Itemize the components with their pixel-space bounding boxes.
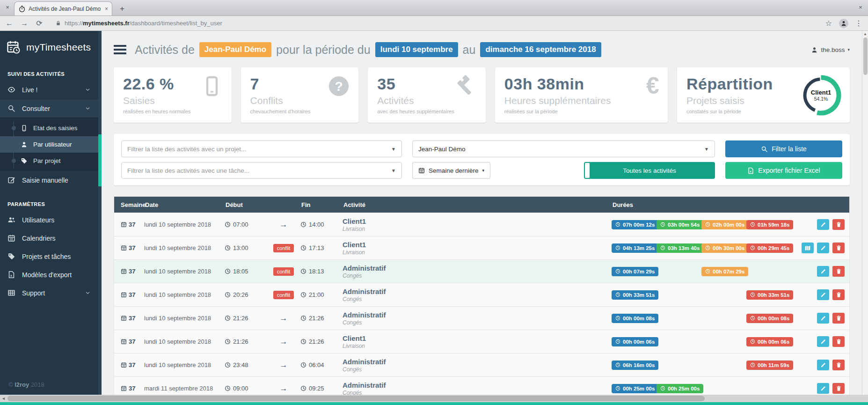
export-excel-button[interactable]: x Exporter fichier Excel	[725, 162, 842, 179]
edit-row-button[interactable]	[817, 360, 829, 370]
duration-text: 00h 07m 29s	[623, 269, 655, 274]
activity-name: Administratif	[343, 287, 612, 295]
activities-table: Semaine Date Début Fin Activité Durées 3…	[114, 197, 850, 395]
scroll-up-icon[interactable]: ▲	[862, 32, 868, 36]
back-icon[interactable]: ←	[5, 19, 14, 28]
duration-badge-slot: 00h 25m 00s	[612, 384, 656, 393]
task-filter-select[interactable]: Filtrer la liste des activités avec une …	[121, 162, 402, 179]
sidebar-item-utilisateurs[interactable]: Utilisateurs	[0, 211, 98, 229]
clock-icon	[300, 221, 306, 228]
reload-icon[interactable]: ⟳	[35, 19, 44, 28]
clock-icon	[300, 315, 306, 321]
delete-row-button[interactable]	[832, 243, 845, 253]
end-time: 21:26	[309, 338, 324, 345]
duration-text: 06h 16m 00s	[623, 362, 655, 368]
period-end-badge: dimanche 16 septembre 2018	[480, 42, 601, 57]
sidebar-item-calendriers[interactable]: Calendriers	[0, 229, 98, 247]
duration-text: 00h 33m 51s	[758, 292, 789, 298]
account-menu[interactable]: the.boss ▾	[811, 46, 850, 53]
project-filter-select[interactable]: Filtrer la liste des activités avec un p…	[121, 140, 402, 157]
question-icon: ?	[328, 75, 350, 97]
sidebar-item-consulter[interactable]: Consulter	[0, 99, 98, 118]
sidebar-subitem-par-projet[interactable]: Par projet	[0, 153, 98, 169]
duration-badge-blue: 00h 00m 08s	[612, 314, 658, 323]
period-select-button[interactable]: Semaine dernière ▾	[412, 162, 490, 179]
activity-name: Administratif	[343, 358, 612, 366]
col-end: Fin	[300, 201, 343, 208]
tab-close-icon[interactable]: ×	[105, 6, 108, 12]
edit-row-button[interactable]	[817, 266, 829, 277]
sidebar-scrollbar[interactable]	[98, 31, 102, 395]
duration-text: 00h 00m 08s	[623, 316, 655, 321]
horizontal-scrollbar-thumb[interactable]	[7, 396, 705, 401]
bookmark-star-icon[interactable]: ☆	[824, 19, 833, 28]
arrow-cell: →	[267, 220, 300, 229]
donut-percent-value: 54.1%	[814, 96, 828, 102]
address-bar[interactable]: https://mytimesheets.fr/dashboard/timesh…	[50, 20, 818, 27]
calendar-icon	[418, 167, 425, 174]
duration-badge-blue: 00h 33m 51s	[612, 290, 658, 300]
filter-list-button[interactable]: Filter la liste	[725, 140, 842, 157]
delete-row-button[interactable]	[832, 313, 845, 324]
sidebar-item-support[interactable]: Support	[0, 284, 98, 302]
duration-badge-orange: 02h 00m 00s	[701, 220, 748, 229]
edit-row-button[interactable]	[817, 313, 829, 324]
vertical-scrollbar-thumb[interactable]	[863, 37, 868, 75]
sidebar-item-label: Utilisateurs	[22, 216, 54, 224]
sidebar-scrollbar-thumb[interactable]	[98, 134, 102, 186]
hamburger-menu-icon[interactable]	[114, 45, 126, 54]
calendar-icon	[121, 221, 127, 228]
delete-row-button[interactable]	[832, 219, 845, 230]
all-activities-toggle[interactable]: Toutes les activités	[584, 162, 715, 179]
content-header: Activités de Jean-Paul Démo pour la péri…	[114, 39, 850, 60]
sidebar-subitem-par-utilisateur[interactable]: Par utilisateur	[0, 136, 98, 153]
end-time: 09:25	[309, 385, 324, 392]
arrow-right-icon: →	[280, 220, 288, 229]
clock-icon	[750, 222, 755, 227]
date-cell: lundi 10 septembre 2018	[144, 291, 225, 298]
end-time-cell: 06:04	[300, 361, 343, 368]
sidebar-item-mod-les-d-export[interactable]: xModèles d'export	[0, 265, 98, 284]
clock-icon	[615, 269, 620, 274]
window-close-left-icon[interactable]: ×	[4, 4, 11, 11]
row-actions	[791, 289, 849, 300]
sidebar-item-saisie-manuelle[interactable]: Saisie manuelle	[0, 171, 98, 189]
sidebar-subitem-etat-des-saisies[interactable]: Etat des saisies	[0, 120, 98, 136]
app-logo[interactable]: myTimesheets	[0, 31, 98, 59]
edit-row-button[interactable]	[817, 289, 829, 300]
delete-row-button[interactable]	[832, 266, 845, 277]
toggle-handle[interactable]	[585, 163, 590, 178]
horizontal-scrollbar[interactable]: ◄	[0, 395, 868, 402]
vertical-scrollbar[interactable]: ▲	[862, 31, 868, 395]
clock-icon	[660, 386, 665, 391]
edit-row-button[interactable]	[817, 219, 829, 230]
excel-file-icon: x	[747, 167, 754, 174]
map-book-button[interactable]	[802, 243, 814, 253]
sidebar-item-projets-et-t-ches[interactable]: Projets et tâches	[0, 247, 98, 265]
delete-row-button[interactable]	[832, 383, 845, 394]
sidebar-subitem-label: Par utilisateur	[33, 141, 72, 148]
date-cell: lundi 10 septembre 2018	[144, 315, 225, 322]
week-number: 37	[129, 291, 135, 298]
duration-badge-red: 00h 29m 45s	[746, 243, 793, 253]
profile-avatar[interactable]	[839, 19, 848, 28]
tags-icon	[7, 252, 15, 260]
window-close-right-icon[interactable]: ×	[857, 4, 864, 11]
forward-icon[interactable]: →	[20, 19, 29, 28]
caret-down-icon: ▾	[482, 168, 485, 173]
activity-cell: Client1Livraison	[343, 241, 612, 256]
scroll-left-icon[interactable]: ◄	[1, 396, 6, 401]
menu-dots-icon[interactable]: ⋮	[854, 19, 863, 28]
browser-tab[interactable]: Activités de Jean-Paul Démo du ×	[14, 1, 112, 15]
user-select[interactable]: Jean-Paul Démo▼	[412, 140, 715, 157]
delete-row-button[interactable]	[832, 336, 845, 347]
edit-row-button[interactable]	[817, 383, 829, 394]
delete-row-button[interactable]	[832, 289, 845, 300]
duration-badge-red: 00h 00m 08s	[746, 314, 793, 323]
new-tab-button[interactable]: +	[116, 4, 128, 14]
delete-row-button[interactable]	[832, 360, 845, 370]
sidebar-item-live[interactable]: Live !	[0, 81, 98, 99]
stat-card: 22.6 %Saisiesréalisées en heures normale…	[114, 67, 232, 123]
edit-row-button[interactable]	[817, 243, 829, 253]
edit-row-button[interactable]	[817, 336, 829, 347]
